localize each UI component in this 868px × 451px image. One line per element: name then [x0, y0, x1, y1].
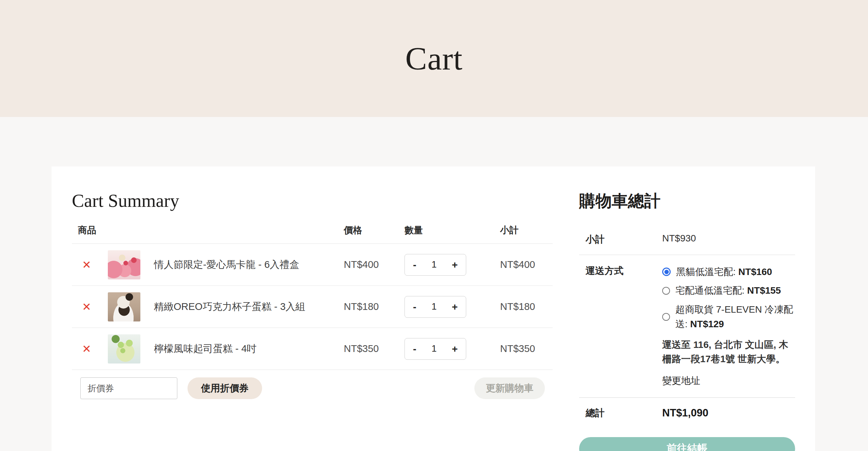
product-thumbnail[interactable] [108, 250, 140, 279]
remove-icon: ✕ [82, 343, 91, 355]
product-name-link[interactable]: 情人節限定-愛心馬卡龍 - 6入禮盒 [150, 258, 344, 272]
subtotal-label: 小計 [579, 233, 662, 246]
product-price: NT$400 [344, 259, 405, 270]
subtotal-row: 小計 NT$930 [579, 212, 795, 255]
quantity-value[interactable]: 1 [432, 301, 437, 312]
quantity-increase-button[interactable]: + [452, 259, 458, 271]
shipping-option[interactable]: 黑貓低溫宅配: NT$160 [662, 264, 795, 279]
remove-item-button[interactable]: ✕ [72, 258, 102, 271]
shipping-option-text: 宅配通低溫宅配: NT$155 [675, 283, 781, 298]
cart-totals-heading: 購物車總計 [579, 190, 795, 212]
line-subtotal: NT$400 [500, 259, 553, 270]
quantity-stepper: - 1 + [405, 296, 466, 318]
radio-selected-icon[interactable] [662, 268, 671, 276]
subtotal-value: NT$930 [662, 233, 795, 246]
remove-icon: ✕ [82, 259, 91, 271]
shipping-option[interactable]: 宅配通低溫宅配: NT$155 [662, 283, 795, 298]
product-price: NT$350 [344, 343, 405, 354]
cart-totals-section: 購物車總計 小計 NT$930 運送方式 黑貓低溫宅配: NT$160 宅配通低… [579, 190, 795, 451]
line-subtotal: NT$350 [500, 343, 553, 354]
column-header-subtotal: 小計 [500, 224, 553, 236]
product-thumbnail[interactable] [108, 292, 140, 321]
cart-row: ✕ 情人節限定-愛心馬卡龍 - 6入禮盒 NT$400 - 1 + NT$400 [72, 244, 553, 286]
shipping-label: 運送方式 [579, 264, 662, 387]
shipping-row: 運送方式 黑貓低溫宅配: NT$160 宅配通低溫宅配: NT$155 超商取貨… [579, 255, 795, 398]
quantity-decrease-button[interactable]: - [413, 259, 416, 271]
coupon-input[interactable] [80, 377, 177, 399]
product-name-link[interactable]: 檸檬風味起司蛋糕 - 4吋 [150, 342, 344, 356]
update-cart-button[interactable]: 更新購物車 [474, 377, 545, 399]
apply-coupon-button[interactable]: 使用折價券 [188, 377, 262, 399]
total-value: NT$1,090 [662, 407, 795, 419]
shipping-price: NT$160 [738, 267, 772, 277]
quantity-stepper: - 1 + [405, 254, 466, 276]
cart-table-header: 商品 價格 數量 小計 [72, 217, 553, 244]
product-price: NT$180 [344, 301, 405, 312]
product-thumbnail[interactable] [108, 334, 140, 364]
line-subtotal: NT$180 [500, 301, 553, 312]
total-label: 總計 [579, 407, 662, 419]
total-row: 總計 NT$1,090 [579, 398, 795, 419]
column-header-product: 商品 [72, 224, 344, 236]
column-header-quantity: 數量 [405, 224, 500, 236]
quantity-increase-button[interactable]: + [452, 343, 458, 355]
product-name-link[interactable]: 精緻OREO巧克力杯子蛋糕 - 3入組 [150, 300, 344, 314]
checkout-button[interactable]: 前往結帳 [579, 437, 795, 451]
quantity-decrease-button[interactable]: - [413, 301, 416, 313]
quantity-stepper: - 1 + [405, 338, 466, 360]
shipping-price: NT$155 [747, 285, 781, 296]
coupon-row: 使用折價券 更新購物車 [72, 370, 553, 399]
remove-icon: ✕ [82, 301, 91, 313]
radio-icon[interactable] [662, 287, 670, 295]
quantity-increase-button[interactable]: + [452, 301, 458, 313]
shipping-options: 黑貓低溫宅配: NT$160 宅配通低溫宅配: NT$155 超商取貨 7-EL… [662, 264, 795, 332]
shipping-option[interactable]: 超商取貨 7-ELEVEN 冷凍配送: NT$129 [662, 302, 795, 332]
radio-icon[interactable] [662, 313, 670, 321]
remove-item-button[interactable]: ✕ [72, 300, 102, 313]
page-title: Cart [405, 40, 462, 77]
cart-summary-heading: Cart Summary [72, 190, 553, 211]
cart-summary-section: Cart Summary 商品 價格 數量 小計 ✕ 情人節限定-愛心馬卡龍 -… [72, 190, 553, 451]
quantity-decrease-button[interactable]: - [413, 343, 416, 355]
cart-row: ✕ 檸檬風味起司蛋糕 - 4吋 NT$350 - 1 + NT$350 [72, 328, 553, 370]
column-header-price: 價格 [344, 224, 405, 236]
page-header: Cart [0, 0, 868, 117]
change-address-link[interactable]: 變更地址 [662, 374, 700, 387]
cart-row: ✕ 精緻OREO巧克力杯子蛋糕 - 3入組 NT$180 - 1 + NT$18… [72, 286, 553, 328]
shipping-option-text: 超商取貨 7-ELEVEN 冷凍配送: NT$129 [675, 302, 795, 332]
quantity-value[interactable]: 1 [432, 344, 437, 354]
quantity-value[interactable]: 1 [432, 259, 437, 270]
shipping-option-text: 黑貓低溫宅配: NT$160 [676, 264, 772, 279]
cart-card: Cart Summary 商品 價格 數量 小計 ✕ 情人節限定-愛心馬卡龍 -… [52, 166, 815, 451]
ship-to-address: 運送至 116, 台北市 文山區, 木柵路一段17巷1號 世新大學。 [662, 338, 795, 366]
shipping-price: NT$129 [690, 319, 724, 329]
remove-item-button[interactable]: ✕ [72, 342, 102, 355]
